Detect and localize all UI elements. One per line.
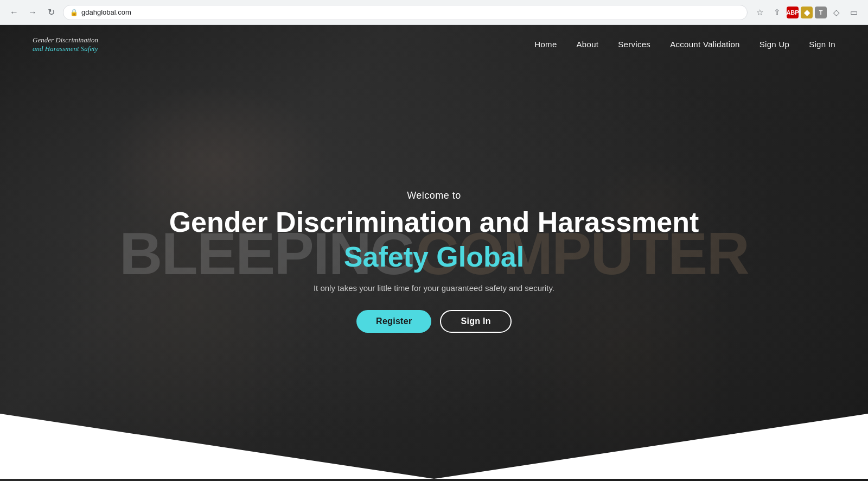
share-button[interactable]: ⇧	[769, 5, 784, 20]
website-container: Gender Discrimination and Harassment Saf…	[0, 25, 868, 481]
forward-button[interactable]: →	[25, 5, 40, 20]
browser-chrome: ← → ↻ 🔒 gdahglobal.com ☆ ⇧ ABP ◆ T ◇ ▭	[0, 0, 868, 25]
hero-section: Gender Discrimination and Harassment Saf…	[0, 25, 868, 481]
hero-content: Welcome to Gender Discrimination and Har…	[0, 42, 868, 481]
hero-title-line2: Safety Global	[169, 242, 699, 273]
browser-navigation: ← → ↻	[7, 5, 59, 20]
hero-title-line1: Gender Discrimination and Harassment	[169, 207, 699, 238]
back-button[interactable]: ←	[7, 5, 22, 20]
hero-content-inner: Welcome to Gender Discrimination and Har…	[169, 190, 699, 332]
reload-button[interactable]: ↻	[43, 5, 59, 20]
signin-button[interactable]: Sign In	[440, 310, 511, 333]
bookmark-button[interactable]: ☆	[752, 5, 767, 20]
address-bar[interactable]: 🔒 gdahglobal.com	[63, 5, 748, 20]
lock-icon: 🔒	[70, 9, 78, 16]
browser-actions: ☆ ⇧ ABP ◆ T ◇ ▭	[752, 5, 861, 20]
hero-buttons: Register Sign In	[169, 310, 699, 333]
extension-2[interactable]: ◆	[801, 7, 813, 18]
extensions-button[interactable]: ◇	[829, 5, 844, 20]
register-button[interactable]: Register	[356, 310, 431, 333]
url-text: gdahglobal.com	[81, 8, 131, 16]
welcome-text: Welcome to	[169, 190, 699, 201]
adblock-extension[interactable]: ABP	[787, 7, 799, 18]
extension-3[interactable]: T	[815, 7, 827, 18]
hero-subtitle: It only takes your little time for your …	[169, 283, 699, 293]
fullscreen-button[interactable]: ▭	[846, 5, 861, 20]
